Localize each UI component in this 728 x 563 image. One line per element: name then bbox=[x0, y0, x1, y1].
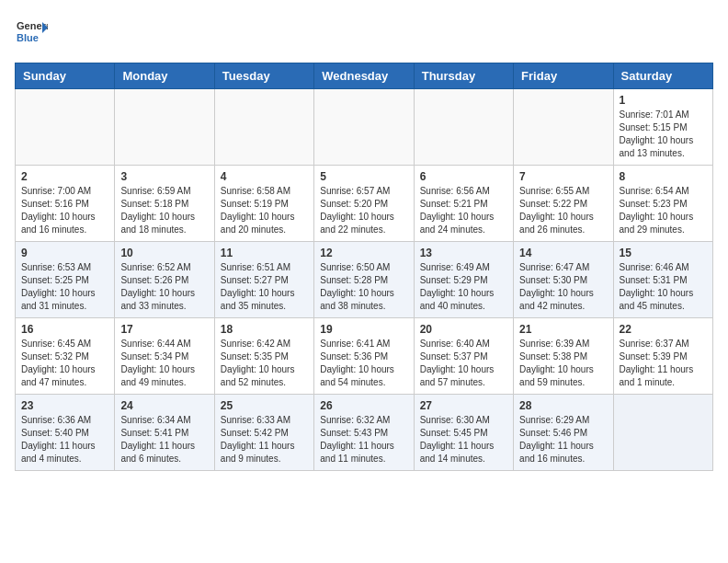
day-number: 11 bbox=[221, 247, 308, 259]
day-number: 7 bbox=[519, 170, 607, 183]
calendar-cell bbox=[613, 395, 712, 471]
calendar-cell: 18Sunrise: 6:42 AM Sunset: 5:35 PM Dayli… bbox=[214, 318, 313, 395]
calendar-cell: 12Sunrise: 6:50 AM Sunset: 5:28 PM Dayli… bbox=[314, 242, 414, 318]
calendar-cell: 27Sunrise: 6:30 AM Sunset: 5:45 PM Dayli… bbox=[414, 395, 513, 471]
page-header: General Blue bbox=[15, 15, 713, 52]
day-number: 8 bbox=[620, 170, 707, 183]
day-number: 15 bbox=[620, 247, 707, 259]
calendar-cell: 10Sunrise: 6:52 AM Sunset: 5:26 PM Dayli… bbox=[115, 242, 214, 318]
calendar-cell: 2Sunrise: 7:00 AM Sunset: 5:16 PM Daylig… bbox=[16, 166, 115, 242]
calendar-cell: 28Sunrise: 6:29 AM Sunset: 5:46 PM Dayli… bbox=[514, 395, 613, 471]
week-row-1: 1Sunrise: 7:01 AM Sunset: 5:15 PM Daylig… bbox=[16, 89, 713, 166]
day-info: Sunrise: 6:37 AM Sunset: 5:39 PM Dayligh… bbox=[620, 338, 707, 389]
day-number: 18 bbox=[221, 323, 308, 336]
day-number: 4 bbox=[221, 170, 308, 183]
day-info: Sunrise: 6:51 AM Sunset: 5:27 PM Dayligh… bbox=[221, 261, 308, 313]
weekday-sunday: Sunday bbox=[16, 63, 115, 89]
week-row-5: 23Sunrise: 6:36 AM Sunset: 5:40 PM Dayli… bbox=[16, 395, 713, 471]
calendar-cell: 5Sunrise: 6:57 AM Sunset: 5:20 PM Daylig… bbox=[314, 166, 414, 242]
day-info: Sunrise: 6:53 AM Sunset: 5:25 PM Dayligh… bbox=[21, 261, 108, 313]
day-number: 5 bbox=[320, 170, 407, 183]
logo-container: General Blue bbox=[15, 15, 51, 52]
calendar-cell: 4Sunrise: 6:58 AM Sunset: 5:19 PM Daylig… bbox=[214, 166, 313, 242]
calendar-cell bbox=[16, 89, 115, 166]
calendar-cell: 8Sunrise: 6:54 AM Sunset: 5:23 PM Daylig… bbox=[613, 166, 712, 242]
day-info: Sunrise: 6:44 AM Sunset: 5:34 PM Dayligh… bbox=[120, 338, 208, 389]
day-info: Sunrise: 6:57 AM Sunset: 5:20 PM Dayligh… bbox=[320, 185, 407, 236]
week-row-3: 9Sunrise: 6:53 AM Sunset: 5:25 PM Daylig… bbox=[16, 242, 713, 318]
day-number: 2 bbox=[21, 170, 108, 183]
day-info: Sunrise: 6:42 AM Sunset: 5:35 PM Dayligh… bbox=[221, 338, 308, 389]
calendar-cell: 14Sunrise: 6:47 AM Sunset: 5:30 PM Dayli… bbox=[514, 242, 613, 318]
weekday-tuesday: Tuesday bbox=[214, 63, 313, 89]
calendar-cell bbox=[414, 89, 513, 166]
day-info: Sunrise: 6:59 AM Sunset: 5:18 PM Dayligh… bbox=[120, 185, 208, 236]
day-number: 3 bbox=[120, 170, 208, 183]
calendar-cell: 17Sunrise: 6:44 AM Sunset: 5:34 PM Dayli… bbox=[115, 318, 214, 395]
calendar-cell: 7Sunrise: 6:55 AM Sunset: 5:22 PM Daylig… bbox=[514, 166, 613, 242]
weekday-monday: Monday bbox=[115, 63, 214, 89]
weekday-wednesday: Wednesday bbox=[314, 63, 414, 89]
day-number: 28 bbox=[519, 399, 607, 412]
calendar-cell: 24Sunrise: 6:34 AM Sunset: 5:41 PM Dayli… bbox=[115, 395, 214, 471]
day-info: Sunrise: 6:41 AM Sunset: 5:36 PM Dayligh… bbox=[320, 338, 407, 389]
day-number: 27 bbox=[420, 399, 507, 412]
day-info: Sunrise: 6:32 AM Sunset: 5:43 PM Dayligh… bbox=[320, 414, 407, 465]
day-info: Sunrise: 6:56 AM Sunset: 5:21 PM Dayligh… bbox=[420, 185, 507, 236]
day-info: Sunrise: 7:00 AM Sunset: 5:16 PM Dayligh… bbox=[21, 185, 108, 236]
calendar-cell: 13Sunrise: 6:49 AM Sunset: 5:29 PM Dayli… bbox=[414, 242, 513, 318]
day-info: Sunrise: 6:47 AM Sunset: 5:30 PM Dayligh… bbox=[519, 261, 607, 313]
day-number: 1 bbox=[620, 94, 707, 107]
calendar-cell: 9Sunrise: 6:53 AM Sunset: 5:25 PM Daylig… bbox=[16, 242, 115, 318]
day-number: 23 bbox=[21, 399, 108, 412]
calendar-cell: 16Sunrise: 6:45 AM Sunset: 5:32 PM Dayli… bbox=[16, 318, 115, 395]
day-info: Sunrise: 6:54 AM Sunset: 5:23 PM Dayligh… bbox=[620, 185, 707, 236]
calendar-cell bbox=[514, 89, 613, 166]
calendar-cell bbox=[314, 89, 414, 166]
logo-icon-container: General Blue bbox=[15, 15, 48, 52]
logo-svg: General Blue bbox=[15, 15, 48, 48]
day-info: Sunrise: 6:30 AM Sunset: 5:45 PM Dayligh… bbox=[420, 414, 507, 465]
svg-text:Blue: Blue bbox=[17, 32, 39, 43]
day-number: 25 bbox=[221, 399, 308, 412]
day-info: Sunrise: 6:40 AM Sunset: 5:37 PM Dayligh… bbox=[420, 338, 507, 389]
day-info: Sunrise: 6:39 AM Sunset: 5:38 PM Dayligh… bbox=[519, 338, 607, 389]
week-row-4: 16Sunrise: 6:45 AM Sunset: 5:32 PM Dayli… bbox=[16, 318, 713, 395]
day-info: Sunrise: 6:52 AM Sunset: 5:26 PM Dayligh… bbox=[120, 261, 208, 313]
day-info: Sunrise: 6:33 AM Sunset: 5:42 PM Dayligh… bbox=[221, 414, 308, 465]
calendar-cell: 23Sunrise: 6:36 AM Sunset: 5:40 PM Dayli… bbox=[16, 395, 115, 471]
day-number: 24 bbox=[120, 399, 208, 412]
day-number: 26 bbox=[320, 399, 407, 412]
logo: General Blue bbox=[15, 15, 51, 52]
calendar-cell: 21Sunrise: 6:39 AM Sunset: 5:38 PM Dayli… bbox=[514, 318, 613, 395]
day-number: 16 bbox=[21, 323, 108, 336]
day-info: Sunrise: 6:34 AM Sunset: 5:41 PM Dayligh… bbox=[120, 414, 208, 465]
calendar-cell bbox=[115, 89, 214, 166]
day-info: Sunrise: 6:49 AM Sunset: 5:29 PM Dayligh… bbox=[420, 261, 507, 313]
day-info: Sunrise: 6:50 AM Sunset: 5:28 PM Dayligh… bbox=[320, 261, 407, 313]
day-number: 20 bbox=[420, 323, 507, 336]
day-number: 21 bbox=[519, 323, 607, 336]
calendar-cell: 25Sunrise: 6:33 AM Sunset: 5:42 PM Dayli… bbox=[214, 395, 313, 471]
day-info: Sunrise: 6:58 AM Sunset: 5:19 PM Dayligh… bbox=[221, 185, 308, 236]
calendar-cell: 6Sunrise: 6:56 AM Sunset: 5:21 PM Daylig… bbox=[414, 166, 513, 242]
day-number: 14 bbox=[519, 247, 607, 259]
weekday-header-row: SundayMondayTuesdayWednesdayThursdayFrid… bbox=[16, 63, 713, 89]
day-number: 10 bbox=[120, 247, 208, 259]
week-row-2: 2Sunrise: 7:00 AM Sunset: 5:16 PM Daylig… bbox=[16, 166, 713, 242]
calendar-cell: 3Sunrise: 6:59 AM Sunset: 5:18 PM Daylig… bbox=[115, 166, 214, 242]
day-info: Sunrise: 6:46 AM Sunset: 5:31 PM Dayligh… bbox=[620, 261, 707, 313]
calendar-body: 1Sunrise: 7:01 AM Sunset: 5:15 PM Daylig… bbox=[16, 89, 713, 471]
day-number: 6 bbox=[420, 170, 507, 183]
day-info: Sunrise: 6:55 AM Sunset: 5:22 PM Dayligh… bbox=[519, 185, 607, 236]
calendar-table: SundayMondayTuesdayWednesdayThursdayFrid… bbox=[15, 63, 713, 471]
calendar-cell bbox=[214, 89, 313, 166]
day-number: 19 bbox=[320, 323, 407, 336]
day-number: 9 bbox=[21, 247, 108, 259]
calendar-cell: 11Sunrise: 6:51 AM Sunset: 5:27 PM Dayli… bbox=[214, 242, 313, 318]
calendar-cell: 19Sunrise: 6:41 AM Sunset: 5:36 PM Dayli… bbox=[314, 318, 414, 395]
day-info: Sunrise: 6:36 AM Sunset: 5:40 PM Dayligh… bbox=[21, 414, 108, 465]
day-info: Sunrise: 7:01 AM Sunset: 5:15 PM Dayligh… bbox=[620, 109, 707, 160]
day-number: 13 bbox=[420, 247, 507, 259]
weekday-friday: Friday bbox=[514, 63, 613, 89]
